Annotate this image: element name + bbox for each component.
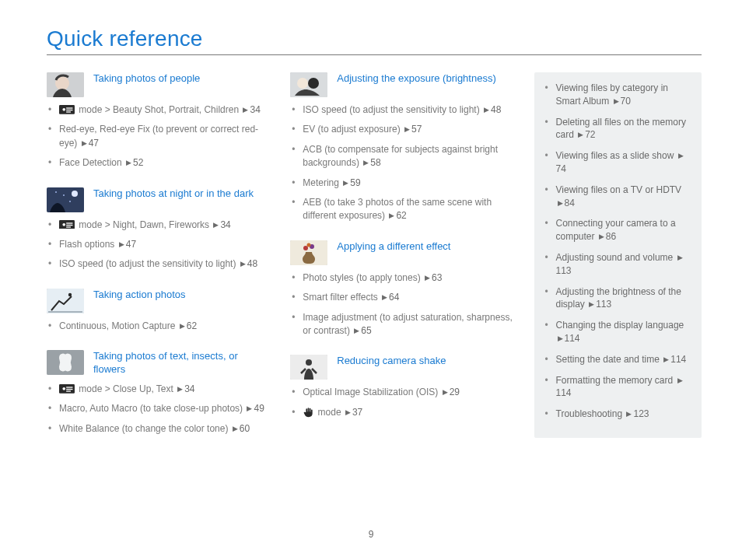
- topic-item[interactable]: Image adjustment (to adjust saturation, …: [290, 311, 513, 338]
- page-ref-arrow-icon: ▶: [119, 240, 124, 250]
- topic-item[interactable]: ISO speed (to adjust the sensitivity to …: [290, 103, 513, 117]
- topic-item[interactable]: Optical Image Stabilization (OIS) ▶29: [290, 386, 513, 399]
- svg-rect-16: [66, 226, 71, 227]
- svg-rect-14: [66, 222, 72, 223]
- svg-rect-27: [66, 389, 72, 390]
- sidebar-item[interactable]: Formatting the memory card ▶114: [544, 374, 693, 401]
- hand-icon: [303, 407, 313, 418]
- page-ref-arrow-icon: ▶: [558, 334, 563, 344]
- topic-item[interactable]: Macro, Auto Macro (to take close-up phot…: [47, 402, 270, 415]
- svg-rect-6: [66, 111, 71, 112]
- page-ref-arrow-icon: ▶: [626, 409, 632, 419]
- column-mid: Adjusting the exposure (brightness)ISO s…: [290, 72, 513, 453]
- topic-item[interactable]: ISO speed (to adjust the sensitivity to …: [47, 257, 270, 271]
- section-title[interactable]: Applying a different effect: [337, 240, 450, 254]
- svg-point-13: [62, 223, 65, 226]
- svg-point-37: [306, 359, 312, 366]
- topic-section: Taking photos of text, insects, or flowe…: [47, 350, 270, 436]
- section-thumbnail: [47, 187, 84, 212]
- topic-item[interactable]: AEB (to take 3 photos of the same scene …: [290, 196, 513, 223]
- section-title[interactable]: Adjusting the exposure (brightness): [337, 72, 496, 86]
- page-ref-arrow-icon: ▶: [233, 424, 238, 434]
- page-ref-arrow-icon: ▶: [425, 273, 430, 283]
- page-ref-arrow-icon: ▶: [213, 220, 219, 230]
- svg-point-3: [62, 108, 65, 111]
- sidebar-item[interactable]: Setting the date and time ▶114: [544, 353, 693, 366]
- section-title[interactable]: Reducing camera shake: [337, 355, 446, 368]
- page-ref-arrow-icon: ▶: [243, 105, 248, 115]
- topic-item[interactable]: Face Detection ▶52: [47, 156, 270, 170]
- page-ref-arrow-icon: ▶: [404, 124, 410, 135]
- svg-point-8: [72, 191, 78, 197]
- topic-item[interactable]: Red-eye, Red-eye Fix (to prevent or corr…: [47, 123, 270, 150]
- section-title[interactable]: Taking action photos: [93, 289, 186, 302]
- topic-item[interactable]: mode ▶37: [290, 406, 513, 419]
- topic-item[interactable]: mode > Beauty Shot, Portrait, Children ▶…: [47, 103, 270, 117]
- svg-rect-15: [66, 224, 72, 225]
- sidebar-box: Viewing files by category in Smart Album…: [534, 72, 702, 438]
- title-rule: [47, 54, 702, 55]
- page-ref-arrow-icon: ▶: [382, 292, 387, 303]
- page-ref-arrow-icon: ▶: [678, 151, 684, 161]
- section-thumbnail: [47, 72, 84, 97]
- page-ref-arrow-icon: ▶: [677, 376, 683, 386]
- page-ref-arrow-icon: ▶: [484, 105, 489, 115]
- topic-item[interactable]: Smart filter effects ▶64: [290, 291, 513, 304]
- sidebar-item[interactable]: Deleting all files on the memory card ▶7…: [544, 116, 693, 142]
- page-ref-arrow-icon: ▶: [578, 130, 583, 140]
- page-ref-arrow-icon: ▶: [343, 178, 348, 188]
- page-ref-arrow-icon: ▶: [677, 253, 683, 263]
- page-ref-arrow-icon: ▶: [363, 158, 369, 168]
- svg-rect-26: [66, 387, 72, 387]
- page-ref-arrow-icon: ▶: [240, 259, 246, 269]
- sidebar-item[interactable]: Viewing files as a slide show ▶74: [544, 149, 693, 176]
- page-ref-arrow-icon: ▶: [614, 96, 619, 107]
- page-ref-arrow-icon: ▶: [345, 408, 351, 418]
- sidebar-item[interactable]: Viewing files by category in Smart Album…: [544, 82, 693, 108]
- sidebar-item[interactable]: Viewing files on a TV or HDTV ▶84: [544, 184, 693, 210]
- sidebar-item[interactable]: Adjusting the brightness of the display …: [544, 285, 693, 312]
- page-ref-arrow-icon: ▶: [589, 299, 594, 310]
- svg-rect-28: [66, 390, 71, 391]
- svg-rect-4: [66, 107, 72, 108]
- svg-point-18: [68, 293, 72, 296]
- page-ref-arrow-icon: ▶: [663, 355, 669, 365]
- svg-point-35: [307, 243, 311, 247]
- section-title[interactable]: Taking photos of text, insects, or flowe…: [93, 350, 270, 376]
- topic-item[interactable]: mode > Close Up, Text ▶34: [47, 383, 270, 396]
- topic-section: Taking action photosContinuous, Motion C…: [47, 289, 270, 333]
- topic-item[interactable]: White Balance (to change the color tone)…: [47, 422, 270, 436]
- topic-item[interactable]: mode > Night, Dawn, Fireworks ▶34: [47, 219, 270, 232]
- section-title[interactable]: Taking photos at night or in the dark: [93, 187, 254, 201]
- topic-item[interactable]: Flash options ▶47: [47, 238, 270, 251]
- topic-section: Applying a different effectPhoto styles …: [290, 240, 513, 338]
- topic-item[interactable]: ACB (to compensate for subjects against …: [290, 143, 513, 170]
- scene-mode-icon: [59, 220, 75, 229]
- page-ref-arrow-icon: ▶: [247, 404, 252, 414]
- sidebar-item[interactable]: Connecting your camera to a computer ▶86: [544, 217, 693, 243]
- section-thumbnail: [290, 72, 327, 97]
- column-left: Taking photos of people mode > Beauty Sh…: [47, 72, 270, 453]
- topic-item[interactable]: Continuous, Motion Capture ▶62: [47, 320, 270, 333]
- topic-item[interactable]: Photo styles (to apply tones) ▶63: [290, 271, 513, 285]
- section-title[interactable]: Taking photos of people: [93, 72, 200, 86]
- topic-section: Taking photos at night or in the dark mo…: [47, 187, 270, 271]
- sidebar-item[interactable]: Changing the display language ▶114: [544, 319, 693, 345]
- page-ref-arrow-icon: ▶: [599, 232, 604, 242]
- svg-point-10: [63, 194, 65, 196]
- page-ref-arrow-icon: ▶: [354, 326, 359, 336]
- scene-mode-icon: [59, 105, 75, 114]
- page-ref-arrow-icon: ▶: [443, 387, 448, 397]
- svg-point-11: [69, 201, 71, 202]
- section-thumbnail: [47, 289, 84, 313]
- topic-item[interactable]: EV (to adjust exposure) ▶57: [290, 123, 513, 136]
- svg-point-25: [62, 387, 65, 390]
- page-title: Quick reference: [47, 26, 702, 51]
- svg-point-31: [308, 78, 319, 89]
- page-ref-arrow-icon: ▶: [82, 138, 87, 149]
- svg-point-30: [297, 78, 308, 89]
- sidebar-item[interactable]: Troubleshooting ▶123: [544, 408, 693, 421]
- sidebar-item[interactable]: Adjusting sound and volume ▶113: [544, 251, 693, 278]
- section-thumbnail: [290, 240, 327, 265]
- topic-item[interactable]: Metering ▶59: [290, 177, 513, 190]
